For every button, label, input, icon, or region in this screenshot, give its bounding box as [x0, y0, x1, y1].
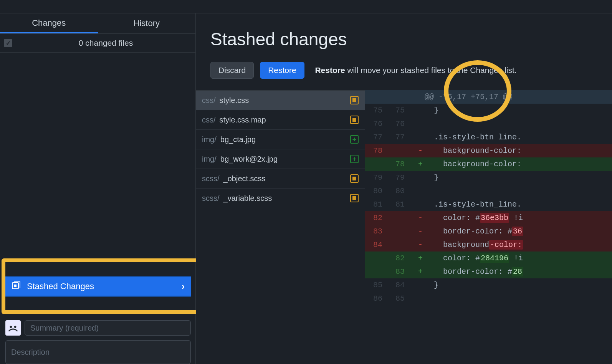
stashed-file-item[interactable]: img/bg_work@2x.jpg: [196, 149, 365, 169]
commit-form: Summary (required) Description: [5, 318, 191, 364]
diff-line: 83- border-color: #36: [365, 225, 612, 238]
left-panel: Changes History ✓ 0 changed files Stashe…: [0, 13, 196, 364]
svg-point-3: [14, 326, 17, 328]
file-dir: scss/: [202, 174, 220, 183]
diff-view: @@ -75,17 +75,17 @@7575 }7676 7777 .is-s…: [365, 90, 612, 364]
page-title: Stashed changes: [210, 29, 597, 50]
svg-point-2: [10, 326, 12, 328]
diff-line: 78+ background-color:: [365, 157, 612, 171]
commit-summary-input[interactable]: Summary (required): [25, 320, 191, 336]
restore-hint-rest: will move your stashed files to the Chan…: [345, 66, 517, 74]
stashed-file-item[interactable]: scss/_object.scss: [196, 169, 365, 189]
svg-rect-1: [14, 285, 17, 287]
stash-icon: [12, 281, 21, 292]
select-all-checkbox[interactable]: ✓: [4, 39, 12, 47]
file-name: _object.scss: [223, 174, 266, 183]
avatar: [5, 320, 21, 336]
stashed-file-list: css/style.csscss/style.css.mapimg/bg_cta…: [196, 90, 365, 364]
tab-changes[interactable]: Changes: [0, 13, 98, 33]
diff-line: 84- background-color:: [365, 238, 612, 251]
diff-line: 7979 }: [365, 171, 612, 184]
diff-line: 82- color: #36e3bb !i: [365, 211, 612, 225]
diff-line: 7676: [365, 117, 612, 131]
diff-line: 8181 .is-style-btn_line.: [365, 198, 612, 211]
file-status-icon: [350, 96, 359, 104]
file-dir: css/: [202, 116, 216, 124]
chevron-right-icon: ›: [182, 281, 185, 292]
stashed-file-item[interactable]: css/style.css.map: [196, 110, 365, 130]
file-status-icon: [350, 155, 359, 163]
file-dir: img/: [202, 135, 217, 144]
stashed-file-item[interactable]: scss/_variable.scss: [196, 189, 365, 208]
restore-hint-bold: Restore: [315, 66, 345, 74]
stashed-changes-row[interactable]: Stashed Changes ›: [5, 276, 191, 297]
restore-hint: Restore will move your stashed files to …: [311, 66, 517, 75]
discard-button[interactable]: Discard: [210, 62, 254, 79]
diff-line: 83+ border-color: #28: [365, 265, 612, 278]
file-name: style.css.map: [220, 116, 266, 124]
file-name: _variable.scss: [223, 194, 272, 203]
file-name: style.css: [220, 96, 249, 105]
diff-line: 8685: [365, 292, 612, 305]
file-name: bg_work@2x.jpg: [220, 155, 278, 164]
file-status-icon: [350, 116, 359, 124]
diff-hunk-header: @@ -75,17 +75,17 @@: [365, 90, 612, 104]
file-name: bg_cta.jpg: [220, 135, 256, 144]
file-status-icon: [350, 135, 359, 144]
changed-files-bar: ✓ 0 changed files: [0, 33, 195, 53]
right-panel: Stashed changes Discard Restore Restore …: [196, 13, 612, 364]
file-status-icon: [350, 174, 359, 183]
changed-files-count: 0 changed files: [20, 38, 192, 48]
file-dir: img/: [202, 155, 217, 164]
restore-button[interactable]: Restore: [260, 62, 304, 79]
diff-line: 78- background-color:: [365, 144, 612, 157]
diff-line: 7777 .is-style-btn_line.: [365, 131, 612, 144]
diff-line: 7575 }: [365, 104, 612, 117]
diff-line: 8584 }: [365, 278, 612, 292]
stashed-changes-label: Stashed Changes: [27, 281, 175, 291]
stashed-file-item[interactable]: img/bg_cta.jpg: [196, 130, 365, 149]
file-dir: scss/: [202, 194, 220, 203]
tab-history[interactable]: History: [98, 13, 196, 33]
file-dir: css/: [202, 96, 216, 105]
diff-line: 8080: [365, 184, 612, 198]
commit-description-input[interactable]: Description: [5, 340, 191, 364]
top-bar: [0, 0, 612, 13]
file-status-icon: [350, 194, 359, 202]
stashed-file-item[interactable]: css/style.css: [196, 91, 365, 110]
diff-line: 82+ color: #284196 !i: [365, 251, 612, 265]
